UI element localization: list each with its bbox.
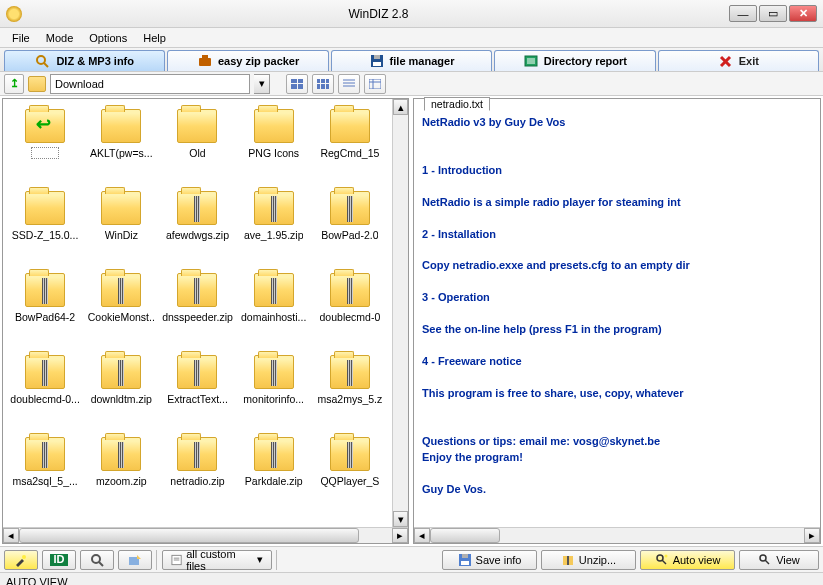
vertical-scrollbar[interactable]: ▴ ▾ [392,99,408,527]
file-label: msa2sql_5_... [12,475,77,487]
id-button[interactable]: ID [42,550,76,570]
tool-button-1[interactable] [4,550,38,570]
scroll-right-button[interactable]: ▸ [804,528,820,543]
file-label: afewdwgs.zip [166,229,229,241]
search-doc-icon [35,54,51,68]
scroll-right-button[interactable]: ▸ [392,528,408,543]
filter-dropdown[interactable]: all custom files ▾ [162,550,272,570]
file-label: BowPad-2.0 [321,229,378,241]
tab-exit[interactable]: Exit [658,50,819,71]
file-label: netradio.zip [170,475,224,487]
file-item[interactable]: WinDiz [83,187,159,269]
scroll-left-button[interactable]: ◂ [414,528,430,543]
scroll-down-button[interactable]: ▾ [393,511,408,527]
file-item[interactable]: Old [159,105,235,187]
svg-line-23 [99,562,103,566]
menu-options[interactable]: Options [81,30,135,46]
zip-icon [177,191,217,225]
file-item[interactable] [7,105,83,187]
file-item[interactable]: dnsspeeder.zip [159,269,235,351]
file-item[interactable]: CookieMonst.. [83,269,159,351]
briefcase-icon [197,54,213,68]
view-large-icons-button[interactable] [286,74,308,94]
zip-icon [25,437,65,471]
up-icon [25,109,65,143]
minimize-button[interactable]: — [729,5,757,22]
report-icon [523,54,539,68]
view-button[interactable]: View [739,550,819,570]
horizontal-scrollbar[interactable]: ◂ ▸ [3,527,408,543]
file-grid[interactable]: AKLT(pw=s...OldPNG IconsRegCmd_15SSD-Z_1… [3,99,392,527]
status-text: AUTO VIEW [6,576,68,585]
tab-easy-zip-packer[interactable]: easy zip packer [167,50,328,71]
file-label: ExtractText... [167,393,228,405]
file-label: monitorinfo... [243,393,304,405]
scroll-left-button[interactable]: ◂ [3,528,19,543]
file-item[interactable]: mzoom.zip [83,433,159,515]
file-label: domainhosti... [241,311,306,323]
preview-horizontal-scrollbar[interactable]: ◂ ▸ [414,527,820,543]
folder-icon [101,191,141,225]
button-label: Auto view [673,554,721,566]
zoom-button[interactable] [80,550,114,570]
save-info-button[interactable]: Save info [442,550,537,570]
file-item[interactable]: doublecmd-0 [312,269,388,351]
svg-line-34 [662,560,666,564]
scroll-up-button[interactable]: ▴ [393,99,408,115]
file-item[interactable]: afewdwgs.zip [159,187,235,269]
tab-diz-mp3-info[interactable]: DIZ & MP3 info [4,50,165,71]
zip-icon [330,273,370,307]
button-label: Unzip... [579,554,616,566]
file-item[interactable]: msa2mys_5.z [312,351,388,433]
path-dropdown[interactable]: Download [50,74,250,94]
file-item[interactable]: domainhosti... [236,269,312,351]
file-label: WinDiz [105,229,138,241]
filter-label: all custom files [186,548,253,572]
tab-directory-report[interactable]: Directory report [494,50,655,71]
exit-icon [718,54,734,68]
file-item[interactable]: AKLT(pw=s... [83,105,159,187]
file-item[interactable]: Parkdale.zip [236,433,312,515]
maximize-button[interactable]: ▭ [759,5,787,22]
up-button[interactable]: ↥ [4,74,24,94]
file-item[interactable]: BowPad-2.0 [312,187,388,269]
svg-rect-16 [369,79,381,89]
file-item[interactable]: PNG Icons [236,105,312,187]
file-item[interactable]: QQPlayer_S [312,433,388,515]
explore-button[interactable] [118,550,152,570]
scroll-thumb[interactable] [430,528,500,543]
view-details-button[interactable] [364,74,386,94]
menu-file[interactable]: File [4,30,38,46]
view-list-button[interactable] [338,74,360,94]
file-item[interactable]: doublecmd-0... [7,351,83,433]
svg-rect-5 [373,62,381,66]
menu-mode[interactable]: Mode [38,30,82,46]
file-item[interactable]: ExtractText... [159,351,235,433]
file-item[interactable]: SSD-Z_15.0... [7,187,83,269]
file-item[interactable]: downldtm.zip [83,351,159,433]
menu-help[interactable]: Help [135,30,174,46]
scroll-thumb[interactable] [19,528,359,543]
view-small-icons-button[interactable] [312,74,334,94]
tab-file-manager[interactable]: file manager [331,50,492,71]
file-item[interactable]: RegCmd_15 [312,105,388,187]
file-item[interactable]: msa2sql_5_... [7,433,83,515]
tab-bar: DIZ & MP3 info easy zip packer file mana… [0,48,823,72]
auto-view-button[interactable]: Auto view [640,550,735,570]
content-area: AKLT(pw=s...OldPNG IconsRegCmd_15SSD-Z_1… [0,96,823,547]
zip-icon [177,437,217,471]
file-label [31,147,59,159]
path-dropdown-button[interactable]: ▾ [254,74,270,94]
zip-icon [101,355,141,389]
file-item[interactable]: ave_1.95.zip [236,187,312,269]
svg-rect-3 [202,55,208,58]
file-item[interactable]: monitorinfo... [236,351,312,433]
file-label: dnsspeeder.zip [162,311,233,323]
nav-bar: ↥ Download ▾ [0,72,823,96]
file-label: Parkdale.zip [245,475,303,487]
file-item[interactable]: BowPad64-2 [7,269,83,351]
file-item[interactable]: netradio.zip [159,433,235,515]
close-button[interactable]: ✕ [789,5,817,22]
unzip-button[interactable]: Unzip... [541,550,636,570]
preview-pane: netradio.txt NetRadio v3 by Guy De Vos 1… [413,98,821,544]
